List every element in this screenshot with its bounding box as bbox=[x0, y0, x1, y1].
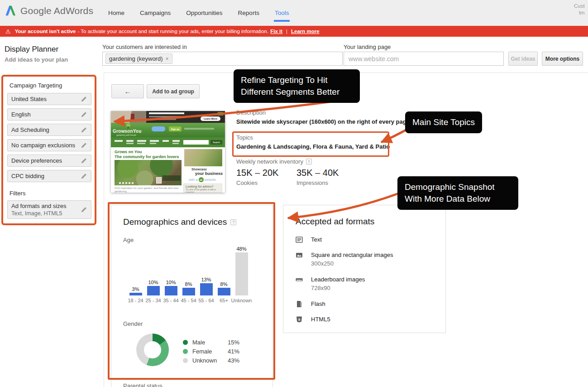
preview-site-tagline: gardening with friends bbox=[116, 134, 136, 136]
legend-label: Unknown bbox=[192, 357, 228, 364]
square-image-icon bbox=[296, 252, 303, 259]
preview-heading2: The community for garden lovers bbox=[115, 155, 179, 159]
bar-category-label: 45 - 54 bbox=[181, 298, 196, 303]
edit-pencil-icon[interactable] bbox=[81, 206, 87, 213]
legend-dot-icon bbox=[183, 340, 188, 345]
account-info: Cust tm bbox=[574, 3, 585, 16]
edit-pencil-icon[interactable] bbox=[81, 111, 87, 118]
campaign-targeting-panel: Campaign Targeting United States English… bbox=[1, 75, 96, 225]
fix-it-link[interactable]: Fix it bbox=[270, 29, 282, 34]
bar-value-label: 8% bbox=[220, 281, 228, 287]
more-options-button[interactable]: More options bbox=[542, 52, 583, 66]
nav-tools[interactable]: Tools bbox=[274, 0, 290, 26]
nav-reports[interactable]: Reports bbox=[237, 0, 260, 26]
bar-category-label: 55 - 64 bbox=[198, 298, 214, 303]
format-label: Leaderboard images bbox=[311, 276, 365, 283]
topics-annotation-box bbox=[232, 131, 389, 157]
account-info-line1: Cust bbox=[574, 3, 585, 10]
sidebar-item-ad-formats[interactable]: Ad formats and sizes Text, Image, HTML5 bbox=[7, 200, 91, 219]
sidebar-item-cpc-bidding[interactable]: CPC bidding bbox=[7, 170, 91, 182]
back-button[interactable]: ← bbox=[111, 84, 144, 98]
age-bar-column: 48%Unknown bbox=[233, 246, 250, 303]
legend-label: Male bbox=[192, 339, 228, 346]
back-arrow-icon: ← bbox=[124, 87, 131, 95]
get-ideas-button[interactable]: Get ideas bbox=[508, 52, 538, 66]
targeting-title: Campaign Targeting bbox=[10, 82, 62, 89]
edit-pencil-icon[interactable] bbox=[81, 126, 87, 133]
sidebar-item-device-preferences[interactable]: Device preferences bbox=[7, 155, 91, 167]
impressions-value: 35K – 40K bbox=[296, 168, 339, 178]
gender-legend-row: Female41% bbox=[183, 347, 249, 356]
age-bar-column: 8%45 - 54 bbox=[180, 246, 197, 303]
gender-legend-row: Unknown43% bbox=[183, 356, 249, 365]
preview-ad-badge bbox=[218, 112, 223, 116]
bar-value-label: 3% bbox=[132, 286, 139, 292]
landing-label: Your landing page bbox=[344, 44, 391, 50]
nav-opportunities[interactable]: Opportunities bbox=[185, 0, 223, 26]
edit-pencil-icon[interactable] bbox=[81, 157, 87, 164]
edit-pencil-icon[interactable] bbox=[81, 96, 87, 102]
format-row-square-images: Square and rectangular images 300x250 bbox=[296, 251, 393, 267]
bar-value-label: 10% bbox=[166, 280, 176, 285]
gender-donut bbox=[136, 334, 169, 366]
age-bar bbox=[200, 283, 213, 295]
demographics-card: Demographics and devices ? Age 3%18 - 24… bbox=[111, 205, 273, 387]
landing-page-input[interactable] bbox=[344, 52, 504, 66]
preview-garden-photo bbox=[115, 160, 182, 185]
interest-input[interactable]: gardening (keyword) × bbox=[102, 52, 343, 66]
uk-badge-icon: uk bbox=[199, 177, 204, 182]
sidebar-item-label: Ad Scheduling bbox=[11, 126, 49, 133]
preview-search-button: Search bbox=[210, 140, 222, 145]
bar-category-label: 35 - 44 bbox=[163, 298, 178, 303]
preview-showcase-line3: with a uk website bbox=[189, 177, 216, 182]
format-size: 300x250 bbox=[311, 260, 393, 267]
preview-site-nav: Search bbox=[111, 137, 225, 147]
nav-home[interactable]: Home bbox=[107, 0, 125, 26]
age-bar-column: 10%35 - 44 bbox=[162, 246, 180, 303]
age-bar-column: 13%55 - 64 bbox=[197, 246, 215, 303]
gender-legend: Male15%Female41%Unknown43% bbox=[183, 338, 249, 365]
chip-remove-icon[interactable]: × bbox=[166, 56, 169, 62]
donut-hole bbox=[144, 341, 161, 358]
keyword-chip-label: gardening (keyword) bbox=[109, 55, 163, 62]
keyword-chip[interactable]: gardening (keyword) × bbox=[105, 53, 172, 64]
help-icon[interactable]: ? bbox=[306, 159, 312, 164]
alert-text: - To activate your account and start run… bbox=[77, 29, 268, 34]
format-label: Flash bbox=[311, 300, 325, 308]
age-bar bbox=[165, 286, 177, 295]
demographics-title: Demographics and devices ? bbox=[123, 217, 236, 227]
preview-learn-more-button: Learn More bbox=[201, 116, 220, 121]
help-icon[interactable]: ? bbox=[230, 219, 236, 225]
placement-site-preview[interactable]: Learn More GrowsonYou gardening with fri… bbox=[111, 111, 225, 193]
sidebar-item-location[interactable]: United States bbox=[7, 93, 91, 105]
edit-pencil-icon[interactable] bbox=[81, 173, 87, 179]
preview-site-name: GrowsonYou bbox=[113, 129, 141, 134]
learn-more-link[interactable]: Learn more bbox=[291, 29, 320, 34]
legend-label: Female bbox=[192, 348, 228, 355]
page-subtitle: Add ideas to your plan bbox=[5, 56, 68, 63]
format-label: Square and rectangular images bbox=[311, 251, 393, 259]
format-label: Text bbox=[311, 236, 322, 243]
sidebar-item-language[interactable]: English bbox=[7, 108, 91, 121]
svg-text:5: 5 bbox=[298, 318, 301, 322]
interest-label: Your customers are interested in bbox=[102, 44, 187, 50]
ad-formats-title: Accepted ad formats bbox=[296, 217, 374, 227]
preview-caption: Find inspiration for your garden, and fr… bbox=[115, 187, 182, 193]
account-info-line2: tm bbox=[574, 10, 585, 16]
age-bar bbox=[218, 288, 230, 295]
nav-campaigns[interactable]: Campaigns bbox=[139, 0, 172, 26]
ad-formats-card: Accepted ad formats Text Square and rect… bbox=[283, 205, 446, 333]
edit-pencil-icon[interactable] bbox=[81, 142, 87, 149]
format-label: HTML5 bbox=[311, 315, 330, 323]
sidebar-item-exclusions[interactable]: No campaign exclusions bbox=[7, 139, 91, 151]
description-text: Sitewide wide skyscraper (160x600) on th… bbox=[236, 118, 411, 125]
gender-legend-row: Male15% bbox=[183, 338, 249, 347]
filter-item-title: Ad formats and sizes bbox=[11, 203, 66, 210]
page-title: Display Planner bbox=[5, 45, 58, 54]
inventory-label: Weekly network inventory bbox=[236, 158, 303, 165]
add-to-ad-group-button[interactable]: Add to ad group bbox=[147, 84, 200, 98]
legend-dot-icon bbox=[183, 358, 188, 363]
sidebar-item-ad-scheduling[interactable]: Ad Scheduling bbox=[7, 124, 91, 136]
annotation-callout-demographic-snapshot: Demographic Snapshot With More Data Belo… bbox=[397, 176, 518, 210]
sidebar-item-label: English bbox=[11, 111, 31, 118]
